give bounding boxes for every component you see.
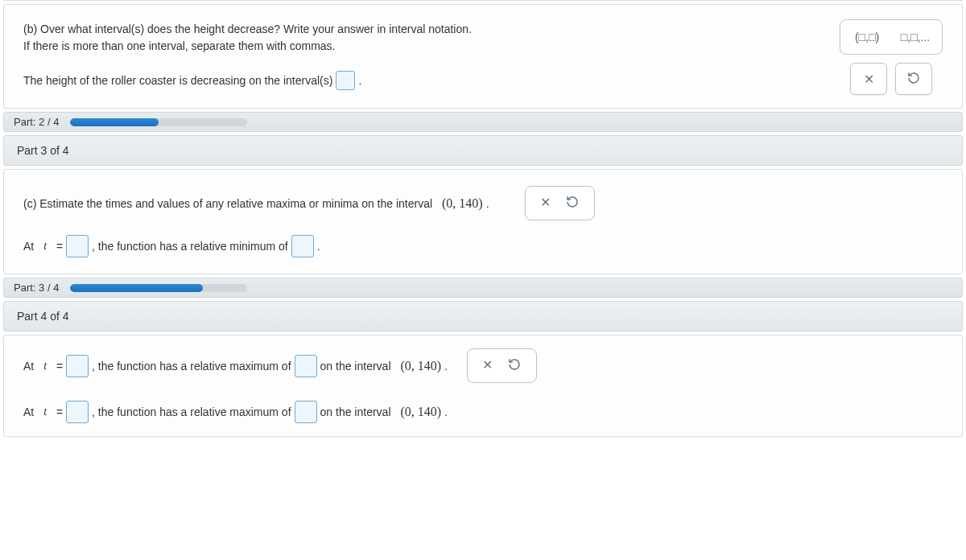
part-b-answer-line: The height of the roller coaster is decr… [23, 69, 943, 92]
reset-button[interactable] [895, 63, 932, 95]
progress-2-of-4: Part: 2 / 4 [3, 112, 963, 132]
t-value-input-2[interactable] [66, 401, 89, 423]
part-4-header: Part 4 of 4 [3, 301, 963, 331]
progress-3-of-4: Part: 3 / 4 [3, 278, 963, 298]
part-4-tools [467, 348, 537, 383]
clear-button[interactable] [482, 357, 493, 374]
part-4-card: At t = , the function has a relative max… [3, 335, 963, 437]
max-value-input-1[interactable] [295, 355, 317, 377]
part-4-row-1: At t = , the function has a relative max… [23, 348, 943, 383]
progress-fill [70, 118, 159, 126]
reset-button[interactable] [507, 357, 522, 374]
part-b-card: (b) Over what interval(s) does the heigh… [3, 4, 963, 109]
max-value-input-2[interactable] [295, 401, 317, 423]
progress-label: Part: 3 / 4 [14, 282, 59, 294]
part-c-prompt: (c) Estimate the times and values of any… [23, 197, 432, 210]
clear-button[interactable] [540, 195, 551, 212]
progress-fill [70, 284, 203, 292]
part-b-answer-input[interactable] [336, 71, 355, 90]
t-value-input-1[interactable] [66, 355, 89, 377]
progress-track [70, 118, 247, 126]
palette-list[interactable]: □,□,... [895, 25, 935, 49]
part-c-tools [525, 186, 595, 220]
part-b-toolpanel: (□,□) □,□,... [840, 19, 943, 95]
part-c-answer-line: At t = , the function has a relative min… [23, 235, 943, 257]
interval-palette: (□,□) □,□,... [840, 19, 943, 55]
progress-label: Part: 2 / 4 [14, 116, 59, 128]
progress-track [70, 284, 247, 292]
reset-icon [906, 71, 921, 88]
x-icon [864, 72, 874, 87]
min-value-input[interactable] [291, 235, 314, 257]
part-b-prompt: (b) Over what interval(s) does the heigh… [23, 21, 619, 55]
part-c-card: (c) Estimate the times and values of any… [3, 169, 963, 274]
part-3-header: Part 3 of 4 [3, 135, 963, 166]
reset-button[interactable] [565, 195, 580, 212]
palette-open-interval[interactable]: (□,□) [847, 25, 887, 49]
part-c-interval: (0, 140) [442, 196, 483, 211]
part-4-row-2: At t = , the function has a relative max… [23, 401, 943, 423]
clear-button[interactable] [850, 63, 887, 95]
t-value-input[interactable] [66, 235, 89, 257]
